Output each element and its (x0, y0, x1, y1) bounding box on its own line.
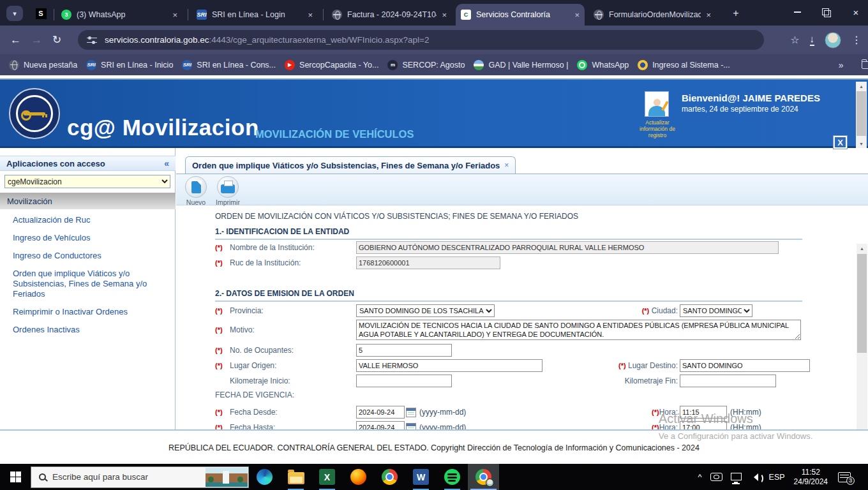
close-tab-icon[interactable]: × (706, 10, 711, 20)
sidebar-item-orden-viaticos[interactable]: Orden que implique Viáticos y/o Subsiste… (0, 267, 160, 301)
update-registration-link[interactable]: Actualizar información de registro (633, 119, 682, 138)
calendar-icon[interactable] (406, 408, 416, 417)
bookmark-nueva-pestana[interactable]: Nueva pestaña (9, 60, 77, 70)
taskbar-chrome[interactable] (374, 464, 405, 490)
pinned-tab[interactable]: S (32, 5, 50, 22)
close-tab-icon[interactable]: × (172, 10, 177, 20)
bookmark-sri-consultas[interactable]: SRISRI en Línea - Cons... (182, 60, 276, 70)
tab-whatsapp[interactable]: 3 (3) WhatsApp × (56, 4, 183, 26)
taskbar-excel[interactable]: X (311, 464, 343, 490)
lugar-destino-input[interactable] (680, 359, 810, 372)
back-button[interactable]: ← (10, 34, 21, 47)
reload-button[interactable]: ↻ (52, 33, 61, 47)
scrollbar-thumb[interactable] (857, 254, 867, 353)
ocupantes-input[interactable] (356, 344, 452, 357)
clock[interactable]: 11:52 24/9/2024 (794, 468, 828, 487)
sidebar-item-ingreso-vehiculos[interactable]: Ingreso de Vehículos (0, 231, 176, 245)
user-avatar[interactable] (645, 91, 669, 117)
sidebar-item-actualizacion-ruc[interactable]: Actualización de Ruc (0, 213, 176, 227)
tab-search-button[interactable]: ▾ (6, 6, 23, 21)
tab-sri-login[interactable]: SRI SRI en Línea - Login × (191, 4, 318, 26)
close-tab-icon[interactable]: × (308, 10, 313, 20)
url-host: servicios.contraloria.gob.ec (105, 35, 209, 45)
close-tab-icon[interactable]: × (574, 10, 580, 20)
file-explorer-icon (288, 472, 304, 484)
field-row-kilometraje: Kilometraje Inicio: Kilometraje Fin: (215, 375, 804, 387)
window-restore-button[interactable] (819, 5, 834, 19)
volume-icon[interactable] (750, 473, 758, 481)
bookmarks-overflow-icon[interactable]: » (839, 60, 844, 70)
content-scrollbar[interactable]: ▲ ▼ (857, 244, 867, 429)
windows-logo-icon (10, 471, 21, 482)
close-document-tab-icon[interactable]: × (504, 161, 509, 170)
bookmark-sri-inicio[interactable]: SRISRI en Línea - Inicio (86, 60, 173, 70)
new-button[interactable]: Nuevo (181, 176, 211, 205)
ciudad-select[interactable]: SANTO DOMINGO (680, 304, 752, 317)
taskbar-word[interactable]: W (405, 464, 437, 490)
taskbar-search[interactable]: Escribe aquí para buscar (31, 466, 249, 488)
tray-time: 11:52 (794, 468, 828, 477)
kilometraje-fin-input[interactable] (680, 375, 776, 387)
taskbar: Escribe aquí para buscar X W ^ ESP 11:52… (0, 464, 868, 490)
sercop-icon: m (387, 60, 398, 70)
window-minimize-button[interactable] (790, 5, 804, 19)
calendar-icon[interactable] (406, 423, 416, 430)
tab-servicios-contraloria[interactable]: C Servicios Contraloría × (456, 4, 585, 26)
url-path: :4443/cge_arquitecturaexterna_web/WFInic… (209, 35, 430, 45)
profile-avatar[interactable] (825, 32, 841, 48)
language-indicator[interactable]: ESP (769, 473, 785, 482)
required-marker: (*) (215, 362, 230, 369)
print-button[interactable]: Imprimir (213, 176, 243, 205)
scroll-down-icon[interactable]: ▼ (856, 139, 867, 148)
downloads-icon[interactable]: ↓ (810, 34, 815, 46)
address-bar[interactable]: servicios.contraloria.gob.ec :4443/cge_a… (78, 30, 764, 50)
close-tab-icon[interactable]: × (442, 10, 447, 20)
bookmark-ingreso-sistema[interactable]: Ingreso al Sistema -... (638, 60, 730, 70)
close-app-button[interactable]: X (834, 136, 847, 149)
tray-expand-icon[interactable]: ^ (698, 472, 701, 482)
nombre-institucion-input (356, 241, 779, 254)
scroll-up-icon[interactable]: ▲ (856, 82, 867, 91)
meet-now-icon[interactable] (710, 473, 722, 481)
taskbar-edge[interactable] (249, 464, 280, 490)
required-marker: (*) (215, 346, 230, 354)
provincia-select[interactable]: SANTO DOMINGO DE LOS TSACHILAS (356, 304, 495, 317)
bookmark-gad-valle-hermoso[interactable]: GAD | Valle Hermoso | (474, 60, 568, 70)
header-scrollbar[interactable]: ▲ ▼ (856, 82, 867, 148)
network-icon[interactable] (731, 473, 742, 480)
document-tab[interactable]: Orden que implique Viáticos y/o Subsiste… (185, 156, 516, 174)
sidebar-item-ingreso-conductores[interactable]: Ingreso de Conductores (0, 249, 176, 263)
bookmark-whatsapp[interactable]: WhatsApp (577, 60, 629, 70)
taskbar-spotify[interactable] (437, 464, 468, 490)
sidebar-item-ordenes-inactivas[interactable]: Ordenes Inactivas (0, 323, 176, 337)
scroll-up-icon[interactable]: ▲ (857, 244, 867, 253)
ruc-institucion-input (356, 256, 500, 269)
taskbar-firefox[interactable] (343, 464, 374, 490)
bookmark-sercop-agosto[interactable]: mSERCOP: Agosto (387, 60, 465, 70)
application-select[interactable]: cgeMovilizacion (4, 175, 170, 188)
window-close-button[interactable]: × (849, 5, 863, 19)
search-highlight-image[interactable] (206, 468, 248, 487)
sidebar-item-reimprimir-ordenes[interactable]: Reimprimir o Inactivar Ordenes (0, 305, 176, 319)
notifications-icon[interactable]: 3 (838, 472, 851, 482)
lugar-origen-input[interactable] (356, 359, 542, 372)
taskbar-chrome-active[interactable] (468, 464, 499, 490)
scrollbar-thumb[interactable] (857, 91, 866, 136)
kilometraje-inicio-input[interactable] (356, 375, 452, 387)
collapse-sidebar-icon[interactable]: « (164, 158, 169, 168)
fecha-desde-input[interactable] (356, 406, 405, 419)
site-settings-icon[interactable] (87, 36, 97, 45)
bookmark-star-icon[interactable]: ☆ (790, 34, 799, 46)
tab-factura[interactable]: Factura - 2024-09-24T1044 × (327, 4, 452, 26)
new-tab-button[interactable]: + (729, 6, 743, 20)
motivo-textarea[interactable]: MOVILIZACIÓN DE TECNICOS HACIA LA CIUDAD… (356, 320, 801, 340)
firefox-icon (350, 469, 366, 485)
chrome-menu-icon[interactable]: ⋮ (851, 34, 862, 46)
start-button[interactable] (0, 464, 31, 490)
fecha-hasta-input[interactable] (356, 421, 405, 429)
tab-formulario-orden[interactable]: FormularioOrdenMovilizac × (588, 4, 716, 26)
required-marker: (*) (215, 424, 230, 429)
taskbar-file-explorer[interactable] (280, 464, 311, 490)
all-bookmarks-button[interactable]: Todos los marcadores (862, 61, 868, 70)
bookmark-sercopcapacita[interactable]: ▶SercopCapacita - Yo... (285, 60, 378, 70)
